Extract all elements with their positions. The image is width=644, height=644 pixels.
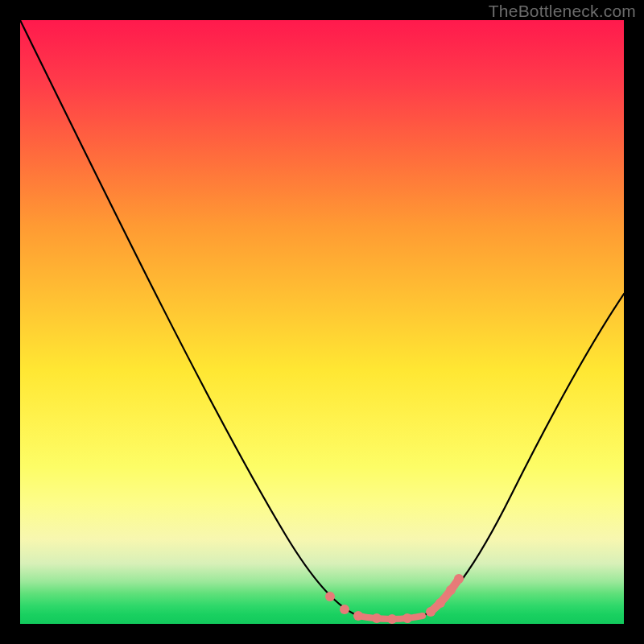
marker-right-3 [446, 585, 456, 595]
marker-floor-1 [372, 613, 382, 623]
marker-left-1 [325, 592, 335, 601]
marker-right-1 [426, 607, 436, 617]
marker-left-2 [340, 605, 349, 614]
marker-floor-3 [402, 613, 412, 623]
marker-right-2 [436, 598, 445, 608]
plot-area [20, 20, 624, 624]
curve-svg [20, 20, 624, 624]
chart-frame: TheBottleneck.com [0, 0, 644, 644]
marker-right-trace [431, 579, 459, 612]
watermark-text: TheBottleneck.com [489, 2, 636, 21]
bottleneck-curve [20, 20, 624, 621]
marker-right-4 [454, 574, 464, 584]
marker-left-3 [353, 611, 363, 621]
marker-floor-2 [387, 614, 397, 624]
